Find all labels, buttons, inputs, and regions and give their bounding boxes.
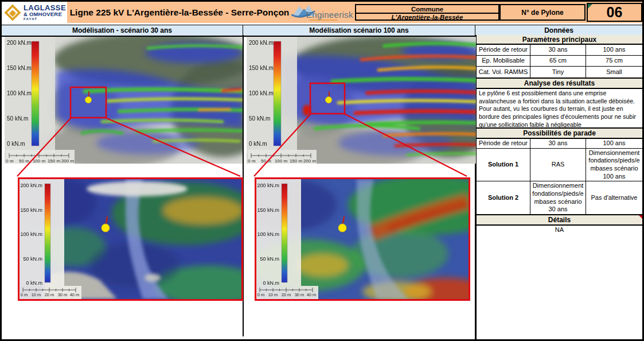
- column-header-donnees: Données: [475, 25, 642, 36]
- legend-label: 150 kN.m: [257, 207, 279, 213]
- scale-label: 100 m: [33, 158, 46, 164]
- legend-label: 200 kN.m: [257, 183, 279, 188]
- param-label: Ep. Mobilisable: [477, 56, 530, 67]
- engineerisk-name: Engineerisk: [306, 10, 353, 20]
- legend-label: 100 kN.m: [249, 90, 274, 96]
- param-value-100: Small: [586, 67, 642, 78]
- param-value-30: 30 ans: [530, 45, 586, 56]
- legend-label: 200 kN.m: [20, 183, 42, 188]
- scale-label: 40 m: [307, 292, 317, 297]
- parade-table: Période de retour 30 ans 100 ans Solutio…: [477, 139, 642, 214]
- legend-colorbar: [32, 41, 39, 146]
- legend-label: 100 kN.m: [257, 231, 279, 237]
- analyse-title: Analyse des résultats: [477, 78, 642, 89]
- legend-label: 0 kN.m: [26, 280, 42, 286]
- scale-label: 200 m: [303, 158, 317, 164]
- scale-label: 40 m: [70, 292, 80, 297]
- scale-label: 10 m: [32, 292, 41, 297]
- scale-label: 20 m: [45, 292, 54, 297]
- param-value-100: 75 cm: [586, 56, 642, 67]
- parade-title: Possibilités de parade: [477, 127, 642, 139]
- scale-label: 0 m: [248, 158, 256, 164]
- solution1-label: Solution 1: [477, 149, 530, 181]
- solution1-30: RAS: [530, 149, 586, 181]
- legend-colorbar: [45, 184, 50, 282]
- legend-label: 200 kN.m: [7, 40, 32, 46]
- scale-label: 150 m: [290, 158, 303, 164]
- solution2-label: Solution 2: [477, 181, 530, 214]
- inset-map-100ans: 200 kN.m 150 kN.m 100 kN.m 50 kN.m 0 kN.…: [255, 177, 470, 301]
- pylon-number: 06: [607, 4, 623, 21]
- report-page: LAGLASSE & OMHOVERE FAYAT Ligne 225 kV L…: [0, 0, 644, 341]
- column-header-30ans: Modélisation - scénario 30 ans: [2, 25, 243, 36]
- scale-label: 30 m: [295, 292, 305, 297]
- scale-label: 0 m: [21, 292, 28, 297]
- scalebar: 0 m 50 m 100 m 150 m 200 m: [248, 150, 317, 164]
- solution2-30: Dimensionnement fondations/pieds/embases…: [530, 181, 586, 214]
- scale-label: 50 m: [19, 158, 29, 164]
- legend-label: 50 kN.m: [249, 115, 270, 122]
- parametres-title: Paramètres principaux: [477, 35, 642, 45]
- legend-label: 50 kN.m: [260, 256, 279, 262]
- legend-label: 0 kN.m: [7, 141, 25, 147]
- pylon-label-box: N° de Pylone: [499, 4, 586, 21]
- scale-label: 10 m: [268, 292, 278, 297]
- scale-label: 50 m: [261, 158, 271, 164]
- parade-header-100: 100 ans: [586, 139, 642, 149]
- scale-label: 20 m: [282, 292, 291, 297]
- donnees-panel: Paramètres principaux Période de retour …: [477, 35, 642, 341]
- scale-label: 0 m: [6, 158, 14, 164]
- scalebar: 0 m 10 m 20 m 30 m 40 m: [19, 286, 81, 299]
- details-title: Détails: [477, 214, 642, 226]
- param-value-30: Tiny: [530, 67, 586, 78]
- column-header-100ans: Modélisation scénario 100 ans: [243, 25, 475, 36]
- param-value-100: 100 ans: [586, 45, 642, 56]
- logo-line2: & OMHOVERE: [24, 11, 66, 17]
- details-value: NA: [477, 226, 642, 341]
- page-title: Ligne 225 kV L'Argentière-la-Bessée - Se…: [67, 2, 292, 23]
- legend-label: 150 kN.m: [7, 65, 32, 71]
- legend-label: 50 kN.m: [7, 115, 28, 122]
- solution1-100: Dimensionnement fondations/pieds/embases…: [586, 149, 642, 181]
- analyse-text: Le pylône 6 est possiblement dans une em…: [477, 89, 642, 127]
- overview-map-30ans: 200 kN.m 150 kN.m 100 kN.m 50 kN.m 0 kN.…: [5, 37, 243, 164]
- laglasse-logo-text: LAGLASSE & OMHOVERE FAYAT: [24, 4, 66, 21]
- inset-map-30ans: 200 kN.m 150 kN.m 100 kN.m 50 kN.m 0 kN.…: [18, 177, 243, 301]
- parade-header-label: Période de retour: [477, 139, 530, 149]
- legend-label: 150 kN.m: [249, 65, 274, 71]
- laglasse-diamond-icon: [4, 4, 21, 21]
- legend-label: 100 kN.m: [7, 90, 32, 96]
- commune-box: Commune L'Argentière-la-Bessée: [355, 4, 499, 21]
- commune-label: Commune: [356, 5, 498, 14]
- laglasse-logo: LAGLASSE & OMHOVERE FAYAT: [2, 2, 67, 23]
- parametres-table: Période de retour 30 ans 100 ans Ep. Mob…: [477, 45, 642, 78]
- param-label: Cat. Vol. RAMMS: [477, 67, 530, 78]
- scale-label: 100 m: [275, 158, 288, 164]
- overview-map-100ans: 200 kN.m 150 kN.m 100 kN.m 50 kN.m 0 kN.…: [247, 37, 476, 164]
- param-label: Période de retour: [477, 45, 530, 56]
- header-band: LAGLASSE & OMHOVERE FAYAT Ligne 225 kV L…: [2, 2, 642, 23]
- scale-label: 30 m: [58, 292, 68, 297]
- legend-colorbar: [274, 41, 281, 146]
- scalebar: 0 m 10 m 20 m 30 m 40 m: [256, 286, 318, 299]
- parade-header-30: 30 ans: [530, 139, 586, 149]
- logo-line3: FAYAT: [24, 17, 66, 21]
- logo-line1: LAGLASSE: [24, 4, 66, 11]
- legend-label: 100 kN.m: [20, 231, 42, 237]
- scale-label: 200 m: [61, 158, 75, 164]
- engineerisk-logo: Engineerisk: [291, 2, 356, 22]
- legend-label: 0 kN.m: [249, 141, 267, 147]
- scale-label: 0 m: [257, 292, 265, 297]
- legend-label: 0 kN.m: [263, 280, 279, 286]
- legend-colorbar: [282, 184, 287, 282]
- engineerisk-tagline: [310, 20, 337, 21]
- pylon-number-box: 06: [587, 3, 642, 22]
- param-value-30: 65 cm: [530, 56, 586, 67]
- legend-label: 200 kN.m: [249, 40, 274, 46]
- scale-label: 150 m: [48, 158, 61, 164]
- commune-value: L'Argentière-la-Bessée: [356, 14, 498, 21]
- scalebar: 0 m 50 m 100 m 150 m 200 m: [6, 150, 75, 164]
- solution2-100: Pas d'alternative: [586, 181, 642, 214]
- legend-label: 150 kN.m: [20, 207, 42, 213]
- legend-label: 50 kN.m: [23, 256, 42, 262]
